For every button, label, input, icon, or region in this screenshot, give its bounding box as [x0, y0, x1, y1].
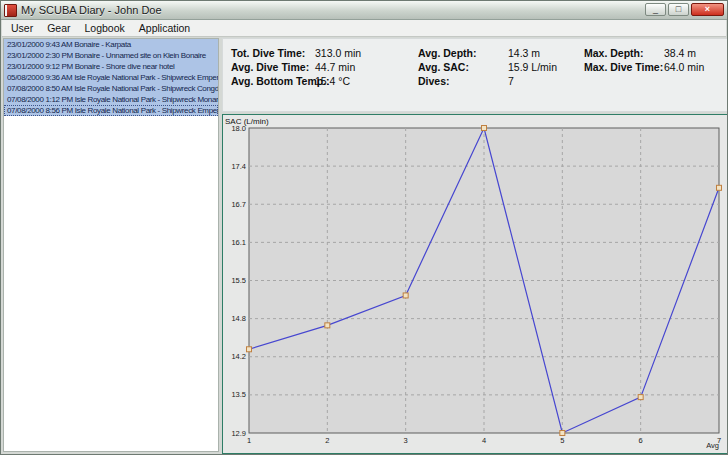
dive-list-item[interactable]: 07/08/2000 8:50 AM Isle Royale National …: [4, 83, 218, 94]
stat-row: Dives:7: [418, 74, 584, 88]
stats-column-maximums: Max. Depth:38.4 m Max. Dive Time:64.0 mi…: [584, 46, 704, 111]
stat-label: Avg. Dive Time:: [231, 60, 315, 74]
app-window: My SCUBA Diary - John Doe _ □ × User Gea…: [0, 0, 728, 455]
stats-column-averages: Avg. Depth:14.3 m Avg. SAC:15.9 L/min Di…: [418, 46, 584, 111]
stat-row: Max. Depth:38.4 m: [584, 46, 704, 60]
menu-logbook[interactable]: Logbook: [78, 21, 132, 35]
stat-row: Avg. SAC:15.9 L/min: [418, 60, 584, 74]
svg-text:5: 5: [560, 436, 564, 445]
stat-value: 15.4 °C: [315, 75, 350, 87]
stat-value: 44.7 min: [315, 61, 355, 73]
sac-chart-panel: 18.017.416.716.115.514.814.213.512.91234…: [222, 114, 728, 454]
dive-list: 23/01/2000 9:43 AM Bonaire - Karpata 23/…: [3, 38, 219, 452]
stat-label: Max. Dive Time:: [584, 60, 664, 74]
svg-text:6: 6: [639, 436, 643, 445]
menu-bar: User Gear Logbook Application: [2, 20, 726, 37]
svg-text:3: 3: [404, 436, 408, 445]
dive-list-item[interactable]: 07/08/2000 8:56 PM Isle Royale National …: [4, 105, 218, 116]
menu-user[interactable]: User: [4, 21, 40, 35]
stat-label: Max. Depth:: [584, 46, 664, 60]
close-button[interactable]: ×: [691, 3, 724, 16]
svg-text:13.5: 13.5: [231, 390, 246, 399]
stats-column-totals: Tot. Dive Time:313.0 min Avg. Dive Time:…: [231, 46, 418, 111]
stat-label: Tot. Dive Time:: [231, 46, 315, 60]
stat-label: Avg. SAC:: [418, 60, 508, 74]
svg-text:SAC (L/min): SAC (L/min): [225, 117, 269, 126]
stat-row: Max. Dive Time:64.0 min: [584, 60, 704, 74]
stat-row: Tot. Dive Time:313.0 min: [231, 46, 418, 60]
svg-text:15.5: 15.5: [231, 276, 246, 285]
menu-gear[interactable]: Gear: [40, 21, 77, 35]
window-controls: _ □ ×: [645, 3, 724, 16]
dive-list-item[interactable]: 23/01/2000 9:43 AM Bonaire - Karpata: [4, 39, 218, 50]
svg-text:2: 2: [325, 436, 329, 445]
dive-list-item[interactable]: 23/01/2000 2:30 PM Bonaire - Unnamed sit…: [4, 50, 218, 61]
stat-row: Avg. Bottom Temp.:15.4 °C: [231, 74, 418, 88]
window-title: My SCUBA Diary - John Doe: [21, 4, 162, 16]
maximize-button[interactable]: □: [668, 3, 689, 16]
stat-value: 7: [508, 75, 514, 87]
sac-line-chart: 18.017.416.716.115.514.814.213.512.91234…: [223, 115, 727, 453]
stat-value: 313.0 min: [315, 47, 361, 59]
svg-text:1: 1: [247, 436, 251, 445]
minimize-button[interactable]: _: [645, 3, 666, 16]
stat-row: Avg. Dive Time:44.7 min: [231, 60, 418, 74]
stat-value: 14.3 m: [508, 47, 540, 59]
statistics-panel: Tot. Dive Time:313.0 min Avg. Dive Time:…: [222, 38, 728, 112]
svg-text:16.7: 16.7: [231, 200, 246, 209]
stat-value: 64.0 min: [664, 61, 704, 73]
dive-list-item[interactable]: 05/08/2000 9:36 AM Isle Royale National …: [4, 72, 218, 83]
svg-text:4: 4: [482, 436, 486, 445]
dive-list-item[interactable]: 23/01/2000 9:12 PM Bonaire - Shore dive …: [4, 61, 218, 72]
stat-value: 38.4 m: [664, 47, 696, 59]
menu-application[interactable]: Application: [132, 21, 197, 35]
stat-label: Avg. Bottom Temp.:: [231, 74, 315, 88]
svg-text:14.8: 14.8: [231, 314, 246, 323]
svg-text:16.1: 16.1: [231, 238, 246, 247]
stat-row: Avg. Depth:14.3 m: [418, 46, 584, 60]
app-icon: [4, 4, 17, 17]
svg-text:Avg: Avg: [706, 441, 719, 450]
svg-text:12.9: 12.9: [231, 429, 246, 438]
stat-label: Avg. Depth:: [418, 46, 508, 60]
stat-label: Dives:: [418, 74, 508, 88]
dive-list-item[interactable]: 07/08/2000 1:12 PM Isle Royale National …: [4, 94, 218, 105]
stat-value: 15.9 L/min: [508, 61, 557, 73]
title-bar: My SCUBA Diary - John Doe _ □ ×: [1, 1, 727, 20]
svg-text:17.4: 17.4: [231, 162, 246, 171]
svg-text:14.2: 14.2: [231, 352, 246, 361]
